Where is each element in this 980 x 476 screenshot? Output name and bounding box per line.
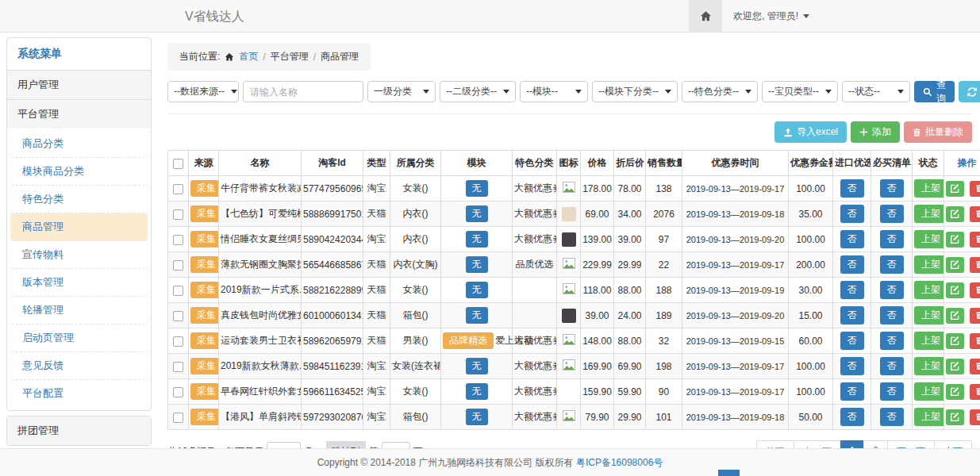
sidebar-item[interactable]: 轮播管理 xyxy=(10,297,148,324)
edit-button[interactable] xyxy=(946,359,964,374)
import-select-toggle[interactable]: 否 xyxy=(840,230,864,248)
edit-button[interactable] xyxy=(946,257,964,273)
add-button[interactable]: 添加 xyxy=(851,121,900,143)
row-checkbox[interactable] xyxy=(173,235,183,245)
sidebar-section-platform[interactable]: 平台管理 xyxy=(7,99,151,129)
import-select-toggle[interactable]: 否 xyxy=(840,382,864,401)
edit-button[interactable] xyxy=(946,181,964,197)
edit-button[interactable] xyxy=(946,282,964,298)
must-buy-toggle[interactable]: 否 xyxy=(880,179,904,198)
must-buy-toggle[interactable]: 否 xyxy=(880,230,904,248)
row-checkbox[interactable] xyxy=(173,387,183,397)
source-badge: 采集 xyxy=(190,358,219,374)
row-checkbox[interactable] xyxy=(173,362,183,372)
filter-select[interactable]: --状态-- xyxy=(842,81,910,102)
coupon-time: 2019-09-13—2019-09-20 xyxy=(682,303,789,328)
delete-button[interactable] xyxy=(970,409,980,425)
must-buy-toggle[interactable]: 否 xyxy=(880,205,904,223)
delete-button[interactable] xyxy=(970,333,980,349)
edit-button[interactable] xyxy=(946,409,964,425)
status-toggle[interactable]: 上架 xyxy=(914,408,944,426)
status-toggle[interactable]: 上架 xyxy=(914,306,944,324)
row-checkbox[interactable] xyxy=(173,336,183,347)
must-buy-toggle[interactable]: 否 xyxy=(880,408,904,426)
must-buy-toggle[interactable]: 否 xyxy=(880,281,904,299)
batch-delete-button[interactable]: 批量删除 xyxy=(904,121,972,143)
delete-button[interactable] xyxy=(970,232,980,248)
status-toggle[interactable]: 上架 xyxy=(914,382,944,401)
table-row: 采集 【七色纺】可爱纯棉家... 588869917501 天猫 内衣() 无 … xyxy=(168,202,980,227)
search-button[interactable]: 查询 xyxy=(914,81,955,102)
status-toggle[interactable]: 上架 xyxy=(914,230,944,248)
select-all-checkbox[interactable] xyxy=(173,159,183,169)
discount-price: 34.00 xyxy=(614,202,646,227)
data-source-select[interactable]: --数据来源-- xyxy=(167,81,239,102)
row-checkbox[interactable] xyxy=(173,184,183,194)
delete-button[interactable] xyxy=(970,206,980,222)
status-toggle[interactable]: 上架 xyxy=(914,281,944,299)
sidebar-item[interactable]: 平台配置 xyxy=(10,380,148,407)
edit-button[interactable] xyxy=(946,232,964,248)
icp-link[interactable]: 粤ICP备16098006号 xyxy=(576,456,663,470)
must-buy-toggle[interactable]: 否 xyxy=(880,306,904,324)
sidebar-item[interactable]: 特色分类 xyxy=(10,186,148,213)
delete-button[interactable] xyxy=(970,181,980,197)
edit-button[interactable] xyxy=(946,333,964,349)
must-buy-toggle[interactable]: 否 xyxy=(880,357,904,375)
delete-button[interactable] xyxy=(970,282,980,298)
import-excel-button[interactable]: 导入excel xyxy=(774,121,847,143)
edit-button[interactable] xyxy=(946,206,964,222)
row-checkbox[interactable] xyxy=(173,413,183,423)
home-shortcut-button[interactable] xyxy=(689,0,722,33)
sidebar-item[interactable]: 商品分类 xyxy=(10,130,148,158)
filter-select[interactable]: --宝贝类型-- xyxy=(762,81,838,102)
row-checkbox[interactable] xyxy=(173,260,183,271)
back-to-top-button[interactable] xyxy=(718,470,740,476)
delete-button[interactable] xyxy=(970,257,980,273)
import-select-toggle[interactable]: 否 xyxy=(840,408,864,426)
must-buy-toggle[interactable]: 否 xyxy=(880,382,904,401)
status-toggle[interactable]: 上架 xyxy=(914,179,944,198)
coupon-time: 2019-09-13—2019-09-17 xyxy=(682,379,789,405)
edit-button[interactable] xyxy=(946,308,964,324)
user-menu[interactable]: 欢迎您, 管理员! xyxy=(722,10,821,23)
delete-button[interactable] xyxy=(970,308,980,324)
import-select-toggle[interactable]: 否 xyxy=(840,179,864,198)
delete-button[interactable] xyxy=(970,384,980,400)
sidebar-item[interactable]: 版本管理 xyxy=(10,269,148,297)
sidebar-item[interactable]: 启动页管理 xyxy=(10,324,148,352)
import-select-toggle[interactable]: 否 xyxy=(840,255,864,274)
status-toggle[interactable]: 上架 xyxy=(914,357,944,375)
sidebar-item[interactable]: 模块商品分类 xyxy=(10,158,148,186)
name-search-input[interactable] xyxy=(243,81,363,102)
import-select-toggle[interactable]: 否 xyxy=(840,281,864,299)
reset-button[interactable]: 重置 xyxy=(959,81,980,102)
filter-select[interactable]: --二级分类-- xyxy=(440,81,516,102)
must-buy-toggle[interactable]: 否 xyxy=(880,332,904,350)
filter-select[interactable]: --特色分类-- xyxy=(682,81,758,102)
row-checkbox[interactable] xyxy=(173,311,183,321)
status-toggle[interactable]: 上架 xyxy=(914,205,944,223)
breadcrumb-home-link[interactable]: 首页 xyxy=(239,50,258,63)
filter-select[interactable]: 一级分类 xyxy=(367,81,436,102)
sidebar-item[interactable]: 商品管理 xyxy=(10,213,148,241)
row-checkbox[interactable] xyxy=(173,286,183,296)
import-select-toggle[interactable]: 否 xyxy=(840,332,864,350)
sidebar-section-users[interactable]: 用户管理 xyxy=(7,70,151,99)
filter-select[interactable]: --模块下分类-- xyxy=(592,81,678,102)
delete-button[interactable] xyxy=(970,359,980,374)
sidebar-section[interactable]: 拼团管理 xyxy=(7,416,151,445)
edit-button[interactable] xyxy=(946,384,964,400)
column-header: 类型 xyxy=(363,151,390,176)
row-checkbox[interactable] xyxy=(173,209,183,220)
import-select-toggle[interactable]: 否 xyxy=(840,306,864,324)
sidebar-item[interactable]: 宣传物料 xyxy=(10,241,148,269)
must-buy-toggle[interactable]: 否 xyxy=(880,255,904,274)
import-select-toggle[interactable]: 否 xyxy=(840,205,864,223)
status-toggle[interactable]: 上架 xyxy=(914,332,944,350)
sidebar-item[interactable]: 意见反馈 xyxy=(10,352,148,380)
status-toggle[interactable]: 上架 xyxy=(914,255,944,274)
product-category: 内衣() xyxy=(390,202,441,227)
filter-select[interactable]: --模块-- xyxy=(520,81,588,102)
import-select-toggle[interactable]: 否 xyxy=(840,357,864,375)
